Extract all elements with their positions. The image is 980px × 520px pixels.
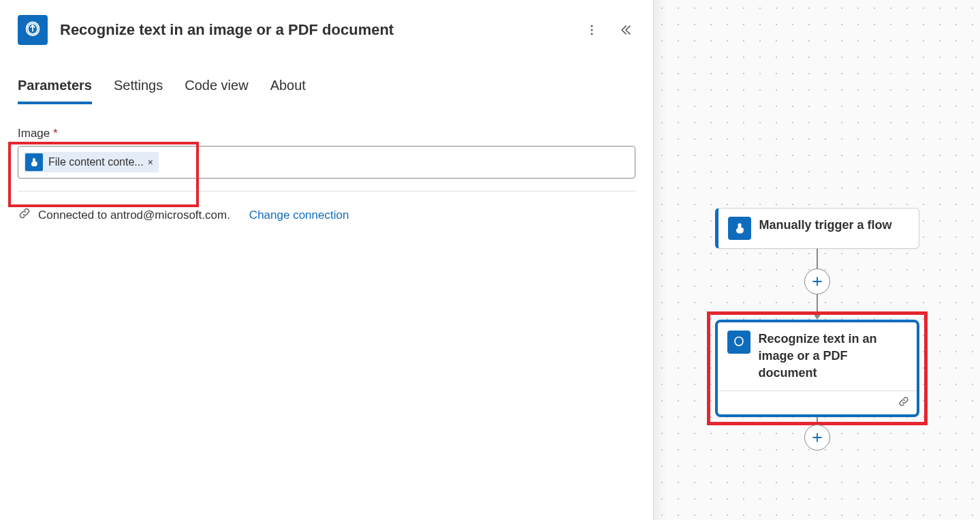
add-step-button[interactable]	[804, 425, 830, 450]
panel-header: Recognize text in an image or a PDF docu…	[0, 0, 653, 52]
flow-node-trigger[interactable]: Manually trigger a flow	[715, 208, 919, 249]
field-label-image: Image *	[18, 127, 635, 140]
flow-edge	[817, 249, 818, 271]
flow-canvas[interactable]: Manually trigger a flow Recognize text i…	[654, 0, 980, 520]
node-title: Recognize text in an image or a PDF docu…	[759, 331, 907, 382]
collapse-panel-button[interactable]	[616, 20, 635, 40]
tab-parameters[interactable]: Parameters	[18, 78, 92, 104]
image-input[interactable]: File content conte... ×	[18, 146, 635, 179]
ai-icon	[727, 331, 750, 354]
connection-status: Connected to antrod@microsoft.com.	[38, 209, 230, 222]
tab-about[interactable]: About	[270, 78, 306, 104]
node-title: Manually trigger a flow	[759, 217, 892, 234]
panel-title: Recognize text in an image or a PDF docu…	[60, 21, 582, 39]
token-remove-button[interactable]: ×	[148, 157, 153, 168]
connection-row: Connected to antrod@microsoft.com. Chang…	[18, 204, 635, 226]
dynamic-content-token[interactable]: File content conte... ×	[24, 152, 159, 172]
link-icon	[18, 207, 31, 224]
action-config-panel: Recognize text in an image or a PDF docu…	[0, 0, 654, 520]
token-label: File content conte...	[48, 156, 144, 168]
flow-edge	[817, 292, 818, 314]
tab-code-view[interactable]: Code view	[185, 78, 248, 104]
tab-settings[interactable]: Settings	[114, 78, 163, 104]
svg-point-1	[591, 29, 593, 31]
tabs: Parameters Settings Code view About	[0, 52, 653, 105]
svg-point-2	[591, 33, 593, 35]
divider	[18, 191, 635, 192]
action-icon	[18, 15, 48, 45]
change-connection-link[interactable]: Change connection	[249, 209, 349, 222]
svg-point-0	[591, 25, 593, 27]
flow-node-action[interactable]: Recognize text in an image or a PDF docu…	[715, 320, 919, 417]
node-footer	[718, 391, 917, 414]
touch-icon	[728, 217, 751, 240]
arrowhead-icon	[813, 313, 821, 320]
add-step-button[interactable]	[804, 269, 830, 294]
more-options-button[interactable]	[582, 20, 601, 40]
link-icon	[898, 395, 910, 410]
required-indicator: *	[53, 127, 58, 140]
touch-icon	[25, 153, 43, 171]
